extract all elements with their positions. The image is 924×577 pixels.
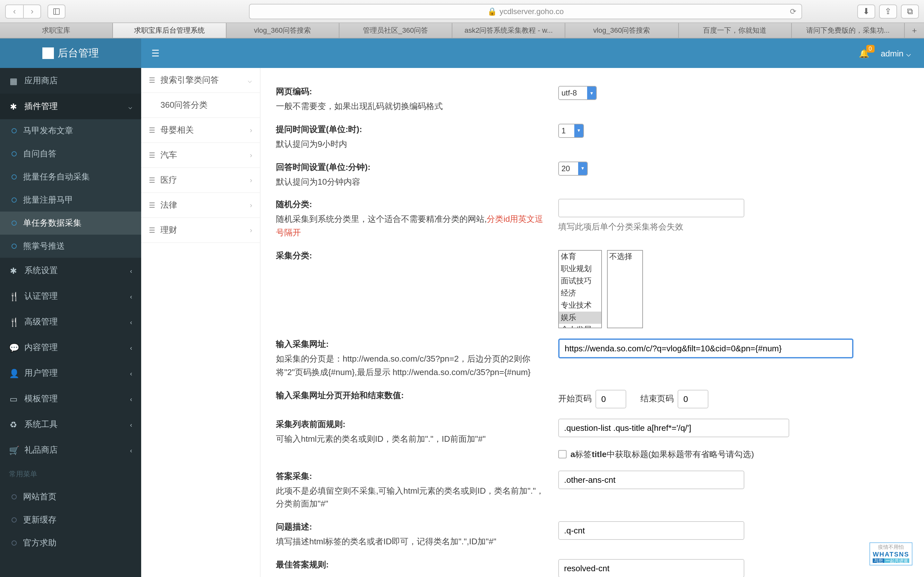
browser-tab[interactable]: 请问下免费版的，采集功... — [792, 23, 905, 38]
sec-item-label: 汽车 — [160, 149, 177, 161]
best-answer-input[interactable] — [558, 559, 744, 577]
sec-item-car[interactable]: ☰汽车› — [141, 143, 260, 168]
chevron-left-icon: ‹ — [130, 344, 132, 351]
back-button[interactable]: ‹ — [5, 4, 23, 18]
browser-tab[interactable]: 求职宝库后台管理系统 — [113, 23, 226, 38]
url-bar[interactable]: 🔒 ycdlserver.goho.co ⟳ — [249, 3, 802, 19]
sec-item-finance[interactable]: ☰理财› — [141, 218, 260, 243]
sidebar-sub-bearpaw[interactable]: 熊掌号推送 — [0, 235, 141, 258]
chevron-left-icon: ‹ — [130, 370, 132, 377]
watermark-top: 疫情不用怕 — [873, 544, 909, 550]
chevron-left-icon: ‹ — [130, 446, 132, 454]
download-button[interactable]: ⬇ — [857, 4, 875, 18]
title-checkbox[interactable] — [558, 450, 567, 458]
question-desc-input[interactable] — [558, 521, 744, 540]
sec-item-search-engine[interactable]: ☰搜索引擎类问答⌵ — [141, 68, 260, 93]
reload-icon[interactable]: ⟳ — [790, 7, 796, 16]
sec-item-medical[interactable]: ☰医疗› — [141, 168, 260, 193]
sidebar-item-system[interactable]: ✱系统设置‹ — [0, 258, 141, 284]
sidebar-item-appstore[interactable]: ▦ 应用商店 — [0, 68, 141, 93]
pages-label: 输入采集网址分页开始和结束数值: — [276, 390, 545, 401]
sidebar-item-advanced[interactable]: 🍴高级管理‹ — [0, 309, 141, 335]
user-icon: 👤 — [9, 368, 18, 378]
list-rule-input[interactable] — [558, 418, 789, 437]
sidebar-sub-batchreg[interactable]: 批量注册马甲 — [0, 189, 141, 211]
list-option[interactable]: 专业技术 — [559, 300, 601, 311]
brand[interactable]: 后台管理 — [0, 39, 141, 68]
sidebar-submenu-plugins: 马甲发布文章 自问自答 批量任务自动采集 批量注册马甲 单任务数据采集 熊掌号推… — [0, 119, 141, 258]
menu-toggle-button[interactable]: ☰ — [141, 48, 170, 58]
sidebar-label: 系统工具 — [24, 419, 58, 430]
collect-cat-label: 采集分类: — [276, 250, 545, 261]
category-listbox-left[interactable]: 体育 职业规划 面试技巧 经济 专业技术 娱乐 个人发展 情感交流 — [558, 250, 602, 328]
tabs-button[interactable]: ⧉ — [901, 4, 919, 18]
answer-rule-input[interactable] — [558, 470, 744, 489]
sidebar-item-users[interactable]: 👤用户管理‹ — [0, 360, 141, 386]
notification-badge: 0 — [866, 45, 874, 52]
sidebar-sub-label: 批量任务自动采集 — [23, 171, 90, 183]
sidebar-common-cache[interactable]: 更新缓存 — [0, 508, 141, 532]
answer-time-select[interactable]: 20 — [558, 161, 588, 175]
list-option[interactable]: 经济 — [559, 287, 601, 300]
grid-icon: ▦ — [9, 76, 18, 85]
sidebar-item-templates[interactable]: ▭模板管理‹ — [0, 386, 141, 412]
browser-tab[interactable]: 百度一下，你就知道 — [678, 23, 792, 38]
sec-item-baby[interactable]: ☰母婴相关› — [141, 118, 260, 143]
sidebar-item-content[interactable]: 💬内容管理‹ — [0, 335, 141, 360]
main-sidebar: ▦ 应用商店 ✱ 插件管理 ⌵ 马甲发布文章 自问自答 批量任务自动采集 批量注… — [0, 68, 141, 577]
sidebar-item-gifts[interactable]: 🛒礼品商店‹ — [0, 437, 141, 463]
ask-time-select[interactable]: 1 — [558, 124, 584, 138]
rand-cat-right-help: 填写此项后单个分类采集将会失效 — [558, 221, 909, 233]
browser-tab[interactable]: vlog_360问答搜索 — [226, 23, 339, 38]
list-option[interactable]: 娱乐 — [559, 311, 601, 324]
chevron-right-icon: › — [250, 201, 252, 209]
sidebar-item-auth[interactable]: 🍴认证管理‹ — [0, 284, 141, 309]
circle-icon — [11, 517, 17, 522]
browser-tab[interactable]: vlog_360问答搜索 — [565, 23, 679, 38]
notification-bell[interactable]: 🔔 0 — [859, 48, 869, 58]
rand-cat-input[interactable] — [558, 199, 744, 218]
end-page-input[interactable] — [678, 390, 708, 408]
list-option[interactable]: 职业规划 — [559, 263, 601, 275]
sidebar-common-help[interactable]: 官方求助 — [0, 532, 141, 554]
sidebar-toggle-button[interactable] — [47, 4, 65, 18]
share-button[interactable]: ⇪ — [879, 4, 897, 18]
forward-button[interactable]: › — [23, 4, 41, 18]
list-option[interactable]: 个人发展 — [559, 324, 601, 328]
sidebar-item-tools[interactable]: ♻系统工具‹ — [0, 412, 141, 437]
sidebar-sub-selfqa[interactable]: 自问自答 — [0, 142, 141, 165]
sec-sub-360[interactable]: 360问答分类 — [141, 93, 260, 118]
sidebar-sub-singletask[interactable]: 单任务数据采集 — [0, 211, 141, 235]
encoding-help: 一般不需要变，如果出现乱码就切换编码格式 — [276, 100, 545, 113]
secondary-sidebar: ☰搜索引擎类问答⌵ 360问答分类 ☰母婴相关› ☰汽车› ☰医疗› ☰法律› … — [141, 68, 260, 577]
browser-tab[interactable]: 管理员社区_360问答 — [339, 23, 453, 38]
app-header: 后台管理 ☰ 🔔 0 admin ⌵ — [0, 39, 924, 68]
collect-url-input[interactable] — [558, 338, 853, 358]
sidebar-sub-majiapost[interactable]: 马甲发布文章 — [0, 119, 141, 142]
chevron-left-icon: ‹ — [130, 395, 132, 402]
new-tab-button[interactable]: + — [905, 23, 924, 38]
sidebar-sub-label: 自问自答 — [23, 148, 57, 160]
sec-item-law[interactable]: ☰法律› — [141, 193, 260, 218]
sidebar-label: 认证管理 — [24, 290, 58, 302]
browser-tab[interactable]: 求职宝库 — [0, 23, 113, 38]
list-option[interactable]: 面试技巧 — [559, 275, 601, 287]
rand-cat-help: 随机采集到系统分类里，这个适合不需要精准分类的网站,分类id用英文逗号隔开 — [276, 213, 545, 240]
chevron-right-icon: › — [250, 176, 252, 184]
encoding-select[interactable]: utf-8 — [558, 86, 597, 100]
answer-rule-help: 此项不是必填留空则不采集,可输入html元素的类名或则ID，类名前加"."，分类… — [276, 484, 545, 511]
list-option[interactable]: 不选择 — [607, 251, 642, 263]
end-page-label: 结束页码 — [640, 393, 674, 405]
sidebar-sub-label: 马甲发布文章 — [23, 125, 73, 137]
start-page-input[interactable] — [596, 390, 626, 408]
browser-tab[interactable]: ask2问答系统采集教程 - w... — [452, 23, 565, 38]
user-menu[interactable]: admin ⌵ — [881, 48, 911, 58]
category-listbox-right[interactable]: 不选择 — [607, 250, 643, 328]
chevron-down-icon: ⌵ — [128, 103, 132, 110]
sidebar-item-plugins[interactable]: ✱ 插件管理 ⌵ — [0, 93, 141, 119]
sidebar-label: 用户管理 — [24, 367, 58, 379]
sidebar-sub-batchtask[interactable]: 批量任务自动采集 — [0, 165, 141, 189]
sidebar-common-home[interactable]: 网站首页 — [0, 485, 141, 508]
list-option[interactable]: 体育 — [559, 251, 601, 263]
chevron-down-icon: ⌵ — [248, 76, 252, 84]
